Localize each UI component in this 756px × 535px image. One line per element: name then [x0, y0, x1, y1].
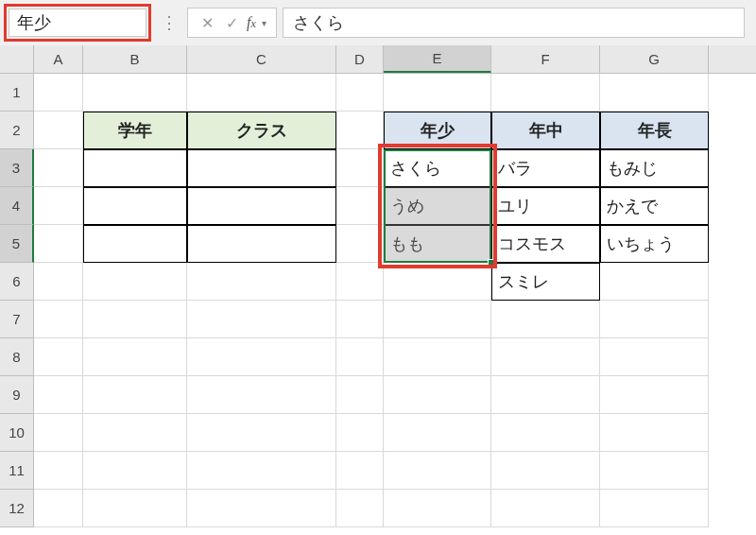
cell-F8[interactable] — [491, 338, 600, 376]
cell-G4[interactable]: かえで — [600, 187, 709, 225]
cell-A2[interactable] — [34, 112, 83, 149]
cell-G11[interactable] — [600, 452, 709, 490]
fx-dropdown-icon[interactable]: ▾ — [262, 18, 266, 28]
cell-B12[interactable] — [83, 490, 187, 527]
cell-B5[interactable] — [83, 225, 187, 263]
cell-G7[interactable] — [600, 301, 709, 338]
cell-D5[interactable] — [336, 225, 384, 263]
cell-G12[interactable] — [600, 490, 709, 527]
row-header-7[interactable]: 7 — [0, 301, 34, 338]
cell-D3[interactable] — [336, 149, 384, 187]
cell-D2[interactable] — [336, 112, 384, 149]
cell-A4[interactable] — [34, 187, 83, 225]
cell-A3[interactable] — [34, 149, 83, 187]
cell-F6[interactable]: スミレ — [491, 263, 600, 301]
cell-F7[interactable] — [491, 301, 600, 338]
cell-F12[interactable] — [491, 490, 600, 527]
cell-B8[interactable] — [83, 338, 187, 376]
cell-G5[interactable]: いちょう — [600, 225, 709, 263]
cell-D9[interactable] — [336, 376, 384, 414]
col-header-C[interactable]: C — [187, 45, 336, 73]
cell-E12[interactable] — [384, 490, 491, 527]
cell-C9[interactable] — [187, 376, 336, 414]
fill-handle[interactable] — [488, 259, 495, 267]
row-header-3[interactable]: 3 — [0, 149, 34, 187]
cell-A9[interactable] — [34, 376, 83, 414]
col-header-F[interactable]: F — [491, 45, 600, 73]
cell-E10[interactable] — [384, 414, 491, 452]
cell-A6[interactable] — [34, 263, 83, 301]
cell-G10[interactable] — [600, 414, 709, 452]
col-header-D[interactable]: D — [336, 45, 384, 73]
row-header-2[interactable]: 2 — [0, 112, 34, 149]
row-header-6[interactable]: 6 — [0, 263, 34, 301]
cell-D12[interactable] — [336, 490, 384, 527]
cell-D4[interactable] — [336, 187, 384, 225]
cell-C11[interactable] — [187, 452, 336, 490]
cell-G9[interactable] — [600, 376, 709, 414]
cell-C10[interactable] — [187, 414, 336, 452]
cell-A8[interactable] — [34, 338, 83, 376]
row-header-5[interactable]: 5 — [0, 225, 34, 263]
cell-C3[interactable] — [187, 149, 336, 187]
cell-D11[interactable] — [336, 452, 384, 490]
cell-E9[interactable] — [384, 376, 491, 414]
col-header-G[interactable]: G — [600, 45, 709, 73]
cell-A1[interactable] — [34, 74, 83, 112]
cell-C7[interactable] — [187, 301, 336, 338]
cancel-icon[interactable]: ✕ — [198, 14, 216, 32]
cell-E1[interactable] — [384, 74, 491, 112]
cell-F11[interactable] — [491, 452, 600, 490]
cell-F9[interactable] — [491, 376, 600, 414]
col-header-A[interactable]: A — [34, 45, 83, 73]
cell-C6[interactable] — [187, 263, 336, 301]
col-header-B[interactable]: B — [83, 45, 187, 73]
col-header-E[interactable]: E — [384, 45, 491, 73]
fx-icon[interactable]: fx — [247, 14, 256, 31]
cell-B7[interactable] — [83, 301, 187, 338]
cell-F10[interactable] — [491, 414, 600, 452]
cell-F5[interactable]: コスモス — [491, 225, 600, 263]
row-header-11[interactable]: 11 — [0, 452, 34, 490]
formula-input[interactable]: さくら — [283, 8, 745, 38]
cell-D8[interactable] — [336, 338, 384, 376]
cell-F3[interactable]: バラ — [491, 149, 600, 187]
cell-D6[interactable] — [336, 263, 384, 301]
cell-B3[interactable] — [83, 149, 187, 187]
cell-F4[interactable]: ユリ — [491, 187, 600, 225]
cell-E2[interactable]: 年少 — [384, 112, 491, 149]
row-header-4[interactable]: 4 — [0, 187, 34, 225]
cell-B9[interactable] — [83, 376, 187, 414]
cell-A10[interactable] — [34, 414, 83, 452]
cell-E4[interactable]: うめ — [384, 187, 491, 225]
row-header-8[interactable]: 8 — [0, 338, 34, 376]
cell-C4[interactable] — [187, 187, 336, 225]
cell-D10[interactable] — [336, 414, 384, 452]
enter-icon[interactable]: ✓ — [222, 14, 241, 32]
cell-C12[interactable] — [187, 490, 336, 527]
cell-E8[interactable] — [384, 338, 491, 376]
name-box[interactable]: 年少 — [9, 9, 146, 37]
cell-B2[interactable]: 学年 — [83, 112, 187, 149]
cell-B10[interactable] — [83, 414, 187, 452]
cell-B4[interactable] — [83, 187, 187, 225]
cell-G6[interactable] — [600, 263, 709, 301]
cell-E7[interactable] — [384, 301, 491, 338]
select-all-corner[interactable] — [0, 45, 34, 73]
cell-B1[interactable] — [83, 74, 187, 112]
cell-E6[interactable] — [384, 263, 491, 301]
cell-C1[interactable] — [187, 74, 336, 112]
cell-G2[interactable]: 年長 — [600, 112, 709, 149]
cell-C5[interactable] — [187, 225, 336, 263]
cell-A5[interactable] — [34, 225, 83, 263]
cell-E11[interactable] — [384, 452, 491, 490]
cell-D1[interactable] — [336, 74, 384, 112]
cell-F1[interactable] — [491, 74, 600, 112]
cell-C8[interactable] — [187, 338, 336, 376]
cell-B6[interactable] — [83, 263, 187, 301]
cell-G3[interactable]: もみじ — [600, 149, 709, 187]
cell-G8[interactable] — [600, 338, 709, 376]
cell-F2[interactable]: 年中 — [491, 112, 600, 149]
cell-B11[interactable] — [83, 452, 187, 490]
cell-A7[interactable] — [34, 301, 83, 338]
